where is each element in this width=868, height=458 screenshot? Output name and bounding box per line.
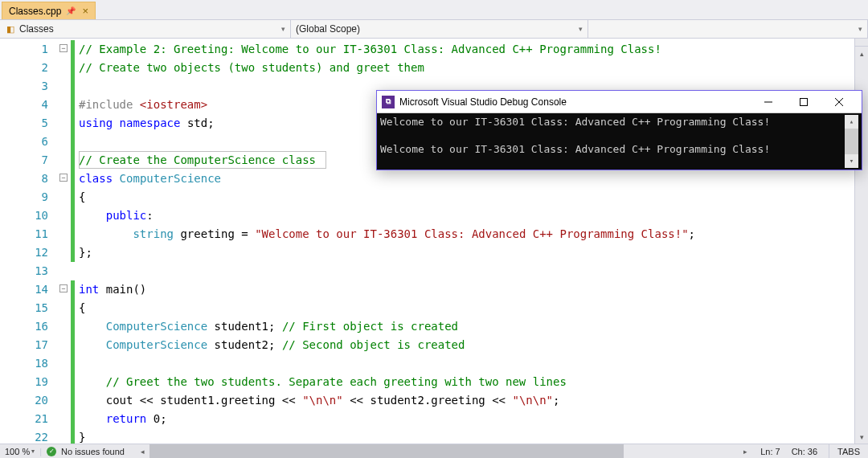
code-line[interactable]: ComputerScience student2; // Second obje… (79, 336, 854, 354)
line-number: 17 (0, 336, 48, 354)
debug-console-window[interactable]: ⧉ Microsoft Visual Studio Debug Console … (376, 90, 862, 170)
class-dropdown-label: Classes (19, 23, 54, 35)
code-line[interactable]: }; (79, 243, 854, 262)
line-number: 13 (0, 262, 48, 280)
chevron-down-icon: ▾ (281, 25, 285, 33)
navigation-bar: ◧ Classes ▾ (Global Scope) ▾ ▾ (0, 19, 868, 39)
scroll-thumb[interactable] (845, 129, 858, 154)
line-number: 22 (0, 428, 48, 447)
console-scrollbar[interactable]: ▴ ▾ (845, 115, 858, 168)
code-line[interactable]: { (79, 188, 854, 207)
code-line[interactable]: cout << student1.greeting << "\n\n" << s… (79, 391, 854, 410)
line-number: 16 (0, 317, 48, 336)
outline-collapse-icon[interactable]: − (59, 284, 68, 292)
code-line[interactable] (79, 262, 854, 280)
close-icon[interactable]: × (82, 5, 88, 17)
line-number: 10 (0, 207, 48, 225)
outline-collapse-icon[interactable]: − (59, 44, 68, 52)
scroll-left-icon[interactable]: ◂ (136, 448, 149, 456)
line-number: 12 (0, 243, 48, 262)
zoom-control[interactable]: 100 % ▾ (5, 447, 35, 456)
chevron-down-icon: ▾ (858, 25, 862, 33)
scope-dropdown-label: (Global Scope) (296, 23, 360, 35)
tabs-mode[interactable]: TABS (829, 444, 860, 459)
line-number: 21 (0, 410, 48, 428)
split-handle[interactable] (855, 39, 868, 47)
code-line[interactable]: int main() (79, 280, 854, 299)
line-number: 1 (0, 40, 48, 59)
code-line[interactable] (79, 354, 854, 373)
line-number: 20 (0, 391, 48, 410)
code-line[interactable]: } (79, 428, 854, 444)
line-number: 15 (0, 299, 48, 317)
chevron-down-icon: ▾ (579, 25, 583, 33)
console-titlebar[interactable]: ⧉ Microsoft Visual Studio Debug Console (377, 91, 862, 113)
line-number: 2 (0, 59, 48, 77)
console-body: Welcome to our IT-36301 Class: Advanced … (377, 113, 862, 170)
col-indicator[interactable]: Ch: 36 (792, 447, 817, 456)
change-marker (71, 40, 75, 262)
class-icon: ◧ (5, 23, 16, 35)
outline-collapse-icon[interactable]: − (59, 174, 68, 182)
scroll-down-icon[interactable]: ▾ (855, 430, 868, 444)
member-dropdown[interactable]: ▾ (588, 20, 868, 38)
minimize-button[interactable] (751, 91, 786, 113)
code-line[interactable]: // Example 2: Greeting: Welcome to our I… (79, 40, 854, 59)
outline-bar: − − − (59, 39, 71, 444)
line-number: 6 (0, 133, 48, 151)
code-line[interactable]: ComputerScience student1; // First objec… (79, 317, 854, 336)
vs-icon: ⧉ (382, 96, 395, 108)
change-marker (71, 280, 75, 444)
scroll-up-icon[interactable]: ▴ (845, 115, 858, 129)
line-number: 3 (0, 77, 48, 96)
line-number: 9 (0, 188, 48, 207)
code-line[interactable]: return 0; (79, 410, 854, 428)
svg-rect-1 (800, 98, 808, 105)
line-number-gutter: 12345678910111213141516171819202122 (0, 39, 59, 444)
tab-filename: Classes.cpp (9, 6, 61, 17)
code-line[interactable]: string greeting = "Welcome to our IT-363… (79, 225, 854, 243)
tab-bar: Classes.cpp 📌 × (0, 0, 868, 19)
chevron-down-icon: ▾ (31, 448, 35, 455)
line-number: 11 (0, 225, 48, 243)
zoom-value: 100 % (5, 447, 30, 456)
line-number: 5 (0, 114, 48, 133)
close-button[interactable] (821, 91, 857, 113)
scroll-up-icon[interactable]: ▴ (855, 47, 868, 60)
ok-icon: ✓ (47, 447, 56, 456)
issues-label[interactable]: No issues found (61, 447, 125, 456)
scroll-right-icon[interactable]: ▸ (739, 448, 752, 456)
line-number: 4 (0, 96, 48, 114)
console-output[interactable]: Welcome to our IT-36301 Class: Advanced … (380, 115, 845, 168)
scroll-thumb[interactable] (149, 444, 624, 458)
line-number: 8 (0, 170, 48, 188)
file-tab[interactable]: Classes.cpp 📌 × (2, 2, 96, 19)
line-number: 18 (0, 354, 48, 373)
maximize-button[interactable] (786, 91, 821, 113)
line-number: 7 (0, 151, 48, 170)
code-line[interactable]: // Create two objects (two students) and… (79, 59, 854, 77)
code-line[interactable]: public: (79, 207, 854, 225)
code-line[interactable]: class ComputerScience (79, 170, 854, 188)
horizontal-scrollbar[interactable]: ◂ ▸ (136, 444, 752, 458)
line-indicator[interactable]: Ln: 7 (760, 447, 780, 456)
line-number: 14 (0, 280, 48, 299)
console-title: Microsoft Visual Studio Debug Console (399, 96, 746, 108)
status-bar: 100 % ▾ | ✓ No issues found ◂ ▸ Ln: 7 Ch… (0, 444, 868, 458)
class-dropdown[interactable]: ◧ Classes ▾ (0, 20, 291, 38)
scroll-down-icon[interactable]: ▾ (845, 154, 858, 168)
line-number: 19 (0, 373, 48, 391)
code-line[interactable]: { (79, 299, 854, 317)
scope-dropdown[interactable]: (Global Scope) ▾ (291, 20, 588, 38)
code-line[interactable]: // Greet the two students. Separate each… (79, 373, 854, 391)
pin-icon[interactable]: 📌 (66, 6, 76, 15)
